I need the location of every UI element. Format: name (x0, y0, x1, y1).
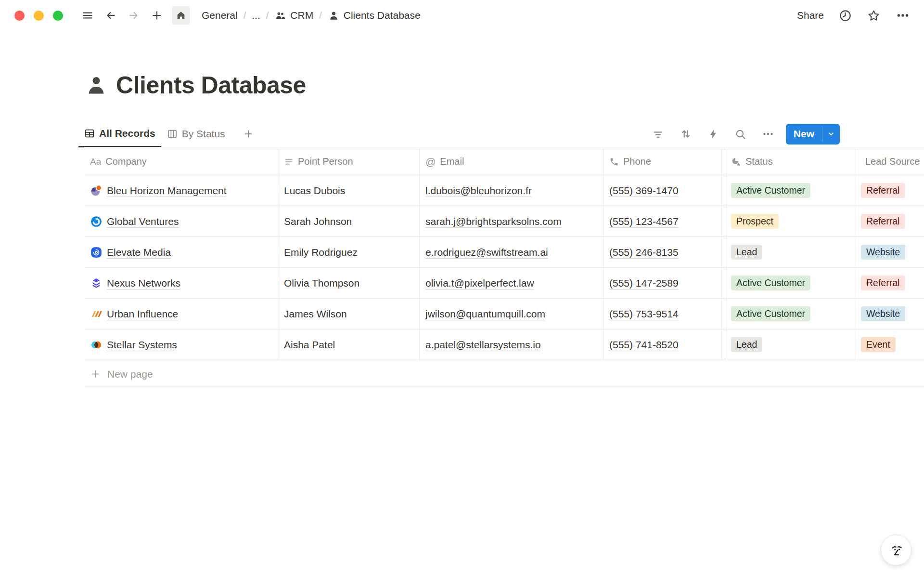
sidebar-menu-icon[interactable] (79, 7, 96, 24)
page-icon-person[interactable] (84, 73, 108, 97)
cell-phone[interactable]: (555) 246-8135 (603, 237, 722, 268)
back-arrow-icon[interactable] (103, 7, 119, 24)
cell-phone[interactable]: (555) 123-4567 (603, 206, 722, 237)
cell-company[interactable]: Stellar Systems (84, 329, 278, 360)
close-window-button[interactable] (14, 11, 25, 21)
new-dropdown-chevron-icon[interactable] (822, 124, 840, 144)
cell-status[interactable]: Active Customer (722, 299, 855, 329)
column-header-point-person[interactable]: Point Person (278, 148, 420, 175)
cell-status[interactable]: Lead (722, 237, 855, 268)
column-header-phone[interactable]: Phone (603, 148, 722, 175)
status-badge: Active Customer (731, 276, 810, 290)
status-badge: Active Customer (731, 183, 810, 197)
column-header-lead-source[interactable]: Lead Source (855, 148, 924, 175)
cell-status[interactable]: Active Customer (722, 268, 855, 299)
table-row: Elevate Media Emily Rodriguez e.rodrigue… (84, 237, 924, 268)
new-record-button[interactable]: New (786, 124, 840, 144)
cell-email[interactable]: jwilson@quantumquill.com (420, 299, 603, 329)
table-row: Urban Influence James Wilson jwilson@qua… (84, 299, 924, 329)
cell-point-person[interactable]: Sarah Johnson (278, 206, 420, 237)
lead-source-badge: Referral (861, 276, 905, 290)
cell-email[interactable]: a.patel@stellarsystems.io (420, 329, 603, 360)
cell-lead-source[interactable]: Referral (855, 206, 924, 237)
table-row: Nexus Networks Olivia Thompson olivia.t@… (84, 268, 924, 299)
share-button[interactable]: Share (797, 10, 824, 21)
breadcrumb-separator: / (266, 10, 269, 21)
column-header-company[interactable]: Aa Company (84, 148, 278, 175)
cell-lead-source[interactable]: Website (855, 299, 924, 329)
view-more-icon[interactable] (761, 127, 775, 141)
cell-phone[interactable]: (555) 753-9514 (603, 299, 722, 329)
cell-phone[interactable]: (555) 369-1470 (603, 175, 722, 206)
status-badge: Active Customer (731, 306, 810, 321)
cell-lead-source[interactable]: Event (855, 329, 924, 360)
sort-icon[interactable] (679, 127, 693, 141)
table-header-row: Aa Company Point Person @ Email Phone St… (84, 148, 924, 175)
cell-phone[interactable]: (555) 147-2589 (603, 268, 722, 299)
cell-company[interactable]: Urban Influence (84, 299, 278, 329)
search-icon[interactable] (734, 127, 747, 141)
forward-arrow-icon[interactable] (126, 7, 142, 24)
favorite-star-icon[interactable] (867, 9, 881, 23)
minimize-window-button[interactable] (34, 11, 44, 21)
cell-email[interactable]: l.dubois@bleuhorizon.fr (420, 175, 603, 206)
cell-company[interactable]: Bleu Horizon Management (84, 175, 278, 206)
lightning-icon[interactable] (706, 127, 720, 141)
cell-company[interactable]: Global Ventures (84, 206, 278, 237)
home-icon[interactable] (172, 6, 190, 25)
text-lines-icon (284, 157, 294, 167)
cell-company[interactable]: Nexus Networks (84, 268, 278, 299)
breadcrumb-item-general[interactable]: General (200, 10, 240, 21)
pie-chart-logo (90, 184, 103, 197)
window-controls (14, 11, 63, 21)
cell-status[interactable]: Active Customer (722, 175, 855, 206)
title-aa-icon: Aa (90, 157, 101, 167)
breadcrumb-item-ellipsis[interactable]: ... (250, 10, 262, 21)
cell-lead-source[interactable]: Referral (855, 268, 924, 299)
cell-lead-source[interactable]: Referral (855, 175, 924, 206)
cell-point-person[interactable]: Lucas Dubois (278, 175, 420, 206)
plus-icon (90, 368, 101, 380)
cell-status[interactable]: Prospect (722, 206, 855, 237)
breadcrumb-item-crm[interactable]: CRM (272, 10, 315, 22)
blue-spiral-logo (90, 246, 103, 259)
cell-email[interactable]: sarah.j@brightsparksolns.com (420, 206, 603, 237)
new-page-row[interactable]: New page (84, 360, 924, 388)
cell-email[interactable]: olivia.t@pixelperfect.law (420, 268, 603, 299)
page-header: Clients Database (84, 71, 306, 99)
status-icon (731, 157, 741, 167)
filter-icon[interactable] (652, 127, 665, 141)
venn-circles-logo (90, 339, 103, 351)
cell-point-person[interactable]: Aisha Patel (278, 329, 420, 360)
history-clock-icon[interactable] (838, 9, 852, 23)
more-options-icon[interactable] (895, 8, 911, 23)
tab-all-records[interactable]: All Records (78, 120, 161, 147)
table-row: Stellar Systems Aisha Patel a.patel@stel… (84, 329, 924, 360)
notion-window: { "topbar": { "breadcrumb": { "items": [… (0, 0, 924, 578)
cell-point-person[interactable]: Olivia Thompson (278, 268, 420, 299)
breadcrumb-item-clients-database[interactable]: Clients Database (326, 10, 423, 22)
lead-source-badge: Website (861, 245, 905, 259)
lead-source-badge: Referral (861, 183, 905, 197)
cell-lead-source[interactable]: Website (855, 237, 924, 268)
cell-point-person[interactable]: Emily Rodriguez (278, 237, 420, 268)
notion-ai-button[interactable] (881, 535, 911, 565)
window-titlebar: General / ... / CRM / Clients Database S… (0, 0, 924, 31)
page-title[interactable]: Clients Database (116, 71, 306, 99)
tab-by-status[interactable]: By Status (161, 120, 231, 147)
column-header-email[interactable]: @ Email (420, 148, 603, 175)
cell-phone[interactable]: (555) 741-8520 (603, 329, 722, 360)
tabs-divider (84, 147, 924, 147)
records-table: Aa Company Point Person @ Email Phone St… (84, 148, 924, 388)
cell-point-person[interactable]: James Wilson (278, 299, 420, 329)
cell-company[interactable]: Elevate Media (84, 237, 278, 268)
column-header-status[interactable]: Status (722, 148, 855, 175)
new-tab-plus-icon[interactable] (149, 7, 165, 24)
zoom-window-button[interactable] (53, 11, 63, 21)
add-view-plus-icon[interactable] (237, 120, 260, 147)
cell-status[interactable]: Lead (722, 329, 855, 360)
board-view-icon (167, 129, 178, 139)
blue-swirl-logo (90, 215, 103, 228)
cell-email[interactable]: e.rodriguez@swiftstream.ai (420, 237, 603, 268)
status-badge: Prospect (731, 214, 779, 228)
